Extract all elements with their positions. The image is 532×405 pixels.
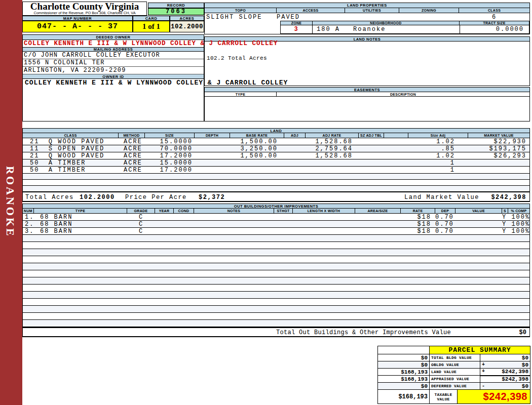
empty-row <box>23 235 529 242</box>
parcel-summary: PARCEL SUMMARY $0 TOTAL BLDG VALUE $0 $0… <box>377 346 530 404</box>
land-col-adj: ADJ <box>284 133 306 138</box>
ob-cell-dep: 0.70 <box>435 221 455 228</box>
ob-cell-comp: Y 100% <box>502 221 530 228</box>
land-properties-panel: LAND PROPERTIES TOPO ACCESS UTILITIES ZO… <box>204 3 530 34</box>
ps-left-value: $168,193 <box>378 376 430 383</box>
land-table: LAND CLASS METHOD SIZE DEPTH BASE RATE A… <box>22 128 530 192</box>
ob-cell-rate: $18 <box>401 214 435 221</box>
owner-panel: DEEDED OWNER COLLEY KENNETH E III & W LY… <box>22 34 204 122</box>
land-cell-market-value: $22,930 <box>468 138 529 145</box>
land-cell-size: 15.0000 <box>145 138 195 145</box>
ob-cell-rate: $18 <box>401 228 435 235</box>
land-cell-market-value: $26,293 <box>468 152 529 159</box>
ps-right-value: -$0 <box>480 383 530 390</box>
out-buildings-title: OUT BUILDINGS/OTHER IMPROVEMENTS <box>23 204 529 209</box>
ps-label: TOTAL BLDG VALUE <box>430 354 480 361</box>
land-cell-method: ACRE <box>119 145 145 152</box>
neighborhood-code: 180 A <box>317 26 340 33</box>
price-per-acre-label: Price Per Acre <box>125 194 187 201</box>
ps-label: LAND VALUE <box>430 369 480 376</box>
land-market-value-label: Land Market Value <box>404 194 479 201</box>
ps-op: + <box>482 369 485 374</box>
ob-row: 1. 68 BARN C $18 0.70 Y 100% <box>23 214 529 221</box>
zone-values: 3 180 ARoanoke 0.0000 <box>280 25 529 34</box>
land-cell-method: ACRE <box>119 159 145 167</box>
land-cell-size-adj: 1 <box>408 167 468 174</box>
ps-left-value: $0 <box>378 383 430 390</box>
tract-size-label: TRACT SIZE <box>460 21 529 25</box>
ps-right-amount: $242,398 <box>502 376 528 382</box>
mailing-address-label: MAILING ADDRESS <box>23 47 204 52</box>
ps-left-value: $0 <box>378 354 430 361</box>
ob-cell-num: 2. <box>23 221 34 228</box>
ob-col-areasize: AREA/SIZE <box>355 209 401 213</box>
county-title: Charlotte County Virginia <box>23 2 146 11</box>
zone-value: 3 <box>281 25 313 33</box>
land-title: LAND <box>23 129 529 133</box>
empty-row <box>23 299 529 306</box>
ob-col-num: NUM <box>23 209 34 213</box>
neighborhood-name: Roanoke <box>353 26 386 33</box>
ob-col-sthgt: STHGT <box>274 209 293 213</box>
taxable-value: $242,398 <box>458 390 530 404</box>
price-per-acre-value: $2,372 <box>199 194 225 201</box>
empty-row <box>23 306 529 313</box>
map-number-value[interactable]: 047- - A- - - 37 <box>22 21 133 32</box>
land-cell-method: ACRE <box>119 167 145 174</box>
land-cell-class: 21 Q WOOD PAVED <box>23 138 119 145</box>
property-record-card: ROANOKE Charlotte County Virginia Commis… <box>0 0 532 405</box>
land-cell-class: 11 S OPEN PAVED <box>23 145 119 152</box>
ps-right-value: +$0 <box>480 361 530 369</box>
land-note: 102.2 Total Acres <box>207 55 267 61</box>
ob-col-type: TYPE <box>34 209 127 213</box>
land-col-method: METHOD <box>119 133 145 138</box>
land-properties-title: LAND PROPERTIES <box>205 3 529 8</box>
ob-col-dep: DEP <box>435 209 455 213</box>
land-cell-class: 21 Q WOOD PAVED <box>23 152 119 159</box>
empty-row <box>23 292 529 299</box>
zone-headers: ZONE NEIGHBORHOOD TRACT SIZE <box>280 21 529 25</box>
easement-description-label: DESCRIPTION <box>277 92 529 96</box>
out-buildings-table: OUT BUILDINGS/OTHER IMPROVEMENTS NUM TYP… <box>22 204 530 337</box>
land-headers: CLASS METHOD SIZE DEPTH BASE RATE ADJ AD… <box>23 133 529 138</box>
record-label: RECORD <box>148 3 204 8</box>
deeded-owner-value: COLLEY KENNETH E III & W LYNNWOOD COLLEY… <box>23 40 204 47</box>
land-cell-size: 17.2000 <box>145 167 195 174</box>
parcel-summary-title: PARCEL SUMMARY <box>430 346 530 354</box>
empty-row <box>23 242 529 249</box>
ob-cell-grade: C <box>127 228 155 235</box>
ob-cell-comp: Y 100% <box>502 214 530 221</box>
ps-op: + <box>482 362 485 368</box>
land-col-base-rate: BASE RATE <box>230 133 284 138</box>
ob-cell-comp: Y 100% <box>502 228 530 235</box>
land-cell-size: 17.2000 <box>145 152 195 159</box>
ob-cell-type: 68 BARN <box>34 221 127 228</box>
easement-type-label: TYPE <box>205 92 277 96</box>
land-row: 11 S OPEN PAVED ACRE 70.0000 3,250.00 2,… <box>23 145 529 152</box>
ob-col-pct-comp: % COMP <box>508 209 529 213</box>
utilities-label: UTILITIES <box>345 8 399 13</box>
topo-label: TOPO <box>205 8 277 13</box>
empty-row <box>23 320 529 327</box>
empty-row <box>23 249 529 256</box>
deeded-owner-label: DEEDED OWNER <box>23 35 204 40</box>
taxable-label: TAXABLE VALUE <box>430 390 458 404</box>
map-number-label: MAP NUMBER <box>22 16 133 21</box>
empty-row <box>23 180 529 186</box>
ob-total-row: Total Out Buildings & Other Improvements… <box>23 327 529 336</box>
ob-col-s: S <box>502 209 508 213</box>
ob-col-notes: NOTES <box>194 209 274 213</box>
acres-value: 102.2000 <box>170 21 204 32</box>
taxable-label-line2: VALUE <box>431 397 455 401</box>
ob-cell-grade: C <box>127 214 155 221</box>
land-col-depth: DEPTH <box>195 133 230 138</box>
zoning-label: ZONING <box>399 8 459 13</box>
card-label: CARD <box>133 16 170 21</box>
address-line-3: ARLINGTON, VA 22209-2209 <box>23 67 204 74</box>
land-col-spacer <box>384 133 408 138</box>
land-totals-strip: Total Acres 102.2000 Price Per Acre $2,3… <box>22 191 530 202</box>
ps-label: APPRAISED VALUE <box>430 376 480 383</box>
ps-label: DEFERRED VALUE <box>430 383 480 390</box>
ob-cell-rate: $18 <box>401 221 435 228</box>
record-value[interactable]: 7063 <box>148 8 204 15</box>
